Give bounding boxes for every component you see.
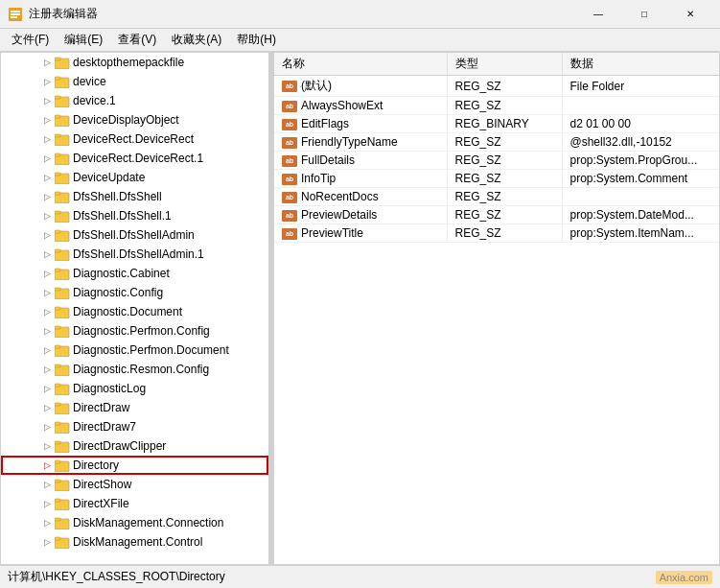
table-row[interactable]: ab(默认)REG_SZFile Folder [274,76,719,97]
tree-expander-icon[interactable]: ▷ [39,477,55,492]
tree-item[interactable]: ▷ device.1 [1,91,268,110]
tree-expander-icon[interactable]: ▷ [39,74,55,89]
tree-expander-icon[interactable]: ▷ [39,55,55,70]
table-row[interactable]: abInfoTipREG_SZprop:System.Comment [274,170,719,188]
tree-expander-icon[interactable]: ▷ [39,227,55,243]
folder-icon [55,113,70,127]
folder-icon [55,478,70,491]
menu-item[interactable]: 查看(V) [110,30,164,50]
tree-expander-icon[interactable]: ▷ [39,342,55,358]
tree-item[interactable]: ▷ DirectDraw [1,398,268,417]
menu-item[interactable]: 文件(F) [4,30,57,50]
app-title: 注册表编辑器 [29,6,576,22]
tree-item-label: Diagnostic.Cabinet [73,267,170,280]
tree-expander-icon[interactable]: ▷ [39,304,55,319]
tree-expander-icon[interactable]: ▷ [39,515,55,530]
tree-item[interactable]: ▷ DeviceUpdate [1,168,268,187]
tree-item[interactable]: ▷ desktopthemepackfile [1,53,268,72]
window-controls: — □ ✕ [576,0,712,29]
reg-name-cell: abNoRecentDocs [274,188,447,206]
svg-rect-29 [55,288,60,291]
tree-expander-icon[interactable]: ▷ [39,534,55,550]
close-button[interactable]: ✕ [668,0,712,29]
tree-item[interactable]: ▷ DiskManagement.Connection [1,513,268,532]
svg-rect-2 [11,13,20,15]
tree-item-label: Diagnostic.Config [73,286,163,299]
svg-rect-19 [55,192,60,195]
svg-rect-1 [11,11,20,12]
menu-item[interactable]: 收藏夹(A) [164,30,229,50]
tree-item[interactable]: ▷ DfsShell.DfsShell [1,187,268,206]
tree-item[interactable]: ▷ DiagnosticLog [1,379,268,398]
tree-expander-icon[interactable]: ▷ [39,112,55,128]
folder-icon [55,535,70,549]
svg-rect-25 [55,249,60,252]
folder-icon [55,420,70,434]
tree-expander-icon[interactable]: ▷ [39,208,55,223]
tree-expander-icon[interactable]: ▷ [39,170,55,185]
svg-rect-49 [55,480,60,482]
table-row[interactable]: abPreviewTitleREG_SZprop:System.ItemNam.… [274,224,719,243]
tree-item[interactable]: ▷ Diagnostic.Cabinet [1,264,268,283]
tree-expander-icon[interactable]: ▷ [39,131,55,147]
reg-data-cell: prop:System.Comment [562,170,719,188]
tree-item[interactable]: ▷ DirectXFile [1,494,268,513]
tree-item[interactable]: ▷ DfsShell.DfsShellAdmin.1 [1,245,268,264]
tree-expander-icon[interactable]: ▷ [39,400,55,415]
watermark: Anxia.com [656,571,712,584]
reg-type-icon: ab [282,155,297,167]
table-row[interactable]: abNoRecentDocsREG_SZ [274,188,719,206]
reg-type-icon: ab [282,137,297,149]
tree-expander-icon[interactable]: ▷ [39,151,55,166]
svg-rect-7 [55,77,60,80]
tree-item[interactable]: ▷ Diagnostic.Resmon.Config [1,360,268,379]
tree-expander-icon[interactable]: ▷ [39,266,55,281]
reg-type-cell: REG_SZ [447,206,562,224]
menu-item[interactable]: 帮助(H) [229,30,284,50]
tree-expander-icon[interactable]: ▷ [39,93,55,108]
tree-item[interactable]: ▷ DeviceRect.DeviceRect [1,129,268,149]
minimize-button[interactable]: — [576,0,620,29]
reg-type-icon: ab [282,228,297,240]
registry-tree-pane[interactable]: ▷ desktopthemepackfile▷ device▷ device.1… [1,53,269,564]
folder-icon [55,439,70,453]
tree-expander-icon[interactable]: ▷ [39,189,55,204]
folder-icon [55,190,70,203]
tree-item[interactable]: ▷ Diagnostic.Config [1,283,268,302]
tree-expander-icon[interactable]: ▷ [39,247,55,262]
tree-item[interactable]: ▷ DirectShow [1,475,268,494]
tree-item-label: desktopthemepackfile [73,56,184,69]
svg-rect-39 [55,384,60,387]
tree-item[interactable]: ▷ Directory [1,456,268,475]
table-row[interactable]: abPreviewDetailsREG_SZprop:System.DateMo… [274,206,719,224]
menu-item[interactable]: 编辑(E) [57,30,110,50]
tree-expander-icon[interactable]: ▷ [39,458,55,473]
tree-expander-icon[interactable]: ▷ [39,285,55,300]
tree-expander-icon[interactable]: ▷ [39,496,55,511]
tree-item[interactable]: ▷ DirectDrawClipper [1,436,268,456]
tree-item[interactable]: ▷ DeviceDisplayObject [1,110,268,129]
folder-icon [55,401,70,414]
tree-expander-icon[interactable]: ▷ [39,362,55,377]
table-row[interactable]: abEditFlagsREG_BINARYd2 01 00 00 [274,115,719,133]
tree-item[interactable]: ▷ DeviceRect.DeviceRect.1 [1,149,268,168]
col-name: 名称 [274,53,447,76]
table-row[interactable]: abAlwaysShowExtREG_SZ [274,97,719,115]
tree-expander-icon[interactable]: ▷ [39,419,55,435]
tree-expander-icon[interactable]: ▷ [39,381,55,396]
tree-item[interactable]: ▷ DfsShell.DfsShell.1 [1,206,268,225]
tree-expander-icon[interactable]: ▷ [39,323,55,339]
tree-item[interactable]: ▷ DfsShell.DfsShellAdmin [1,225,268,245]
tree-expander-icon[interactable]: ▷ [39,438,55,454]
registry-values-pane[interactable]: 名称 类型 数据 ab(默认)REG_SZFile FolderabAlways… [274,53,719,564]
table-row[interactable]: abFullDetailsREG_SZprop:System.PropGrou.… [274,152,719,170]
tree-item[interactable]: ▷ Diagnostic.Document [1,302,268,321]
maximize-button[interactable]: □ [622,0,666,29]
tree-item[interactable]: ▷ DirectDraw7 [1,417,268,436]
folder-icon [55,267,70,280]
tree-item[interactable]: ▷ device [1,72,268,91]
tree-item[interactable]: ▷ Diagnostic.Perfmon.Document [1,341,268,360]
tree-item[interactable]: ▷ DiskManagement.Control [1,532,268,552]
tree-item[interactable]: ▷ Diagnostic.Perfmon.Config [1,321,268,341]
table-row[interactable]: abFriendlyTypeNameREG_SZ@shell32.dll,-10… [274,133,719,152]
